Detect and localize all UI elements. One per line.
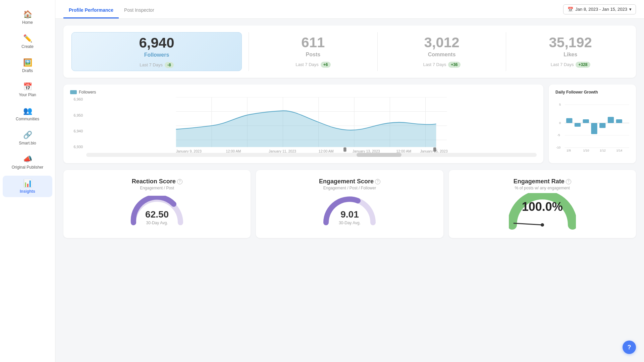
- svg-text:0: 0: [559, 121, 561, 125]
- svg-text:12:00 AM: 12:00 AM: [396, 149, 411, 153]
- svg-text:January 9, 2023: January 9, 2023: [176, 149, 202, 153]
- y-label-3: 6,940: [70, 129, 83, 133]
- svg-rect-29: [575, 123, 581, 127]
- date-range-picker[interactable]: 📅 Jan 8, 2023 - Jan 15, 2023 ▾: [563, 4, 636, 14]
- engagement-rate-card: Engagement Rate ? % of posts w/ any enga…: [449, 170, 636, 238]
- posts-change: +6: [321, 62, 331, 68]
- area-chart-svg: January 9, 2023 12:00 AM January 11, 202…: [86, 97, 537, 154]
- smart-bio-icon: 🔗: [23, 131, 32, 139]
- original-publisher-label: Original Publisher: [12, 165, 44, 170]
- sidebar-item-original-publisher[interactable]: 📣 Original Publisher: [3, 152, 52, 173]
- svg-text:1/14: 1/14: [616, 149, 623, 152]
- divider-3: [506, 32, 506, 71]
- engagement-title-row: Engagement Score ?: [319, 178, 380, 185]
- posts-stat: 611 Posts Last 7 Days +6: [256, 32, 371, 71]
- likes-label: Likes: [564, 52, 577, 58]
- followers-period: Last 7 Days: [140, 62, 163, 67]
- svg-text:1/12: 1/12: [600, 149, 606, 152]
- help-button[interactable]: ?: [623, 341, 636, 354]
- reaction-help[interactable]: ?: [177, 179, 182, 184]
- y-label-2: 6,950: [70, 113, 83, 117]
- likes-value: 35,192: [549, 35, 592, 50]
- sidebar-item-communities[interactable]: 👥 Communities: [3, 103, 52, 125]
- divider-2: [377, 32, 378, 71]
- engagement-gauge: 9.01 30-Day Avg.: [323, 196, 376, 226]
- drafts-icon: 🖼️: [23, 58, 32, 67]
- svg-text:January 13, 2023: January 13, 2023: [353, 149, 380, 153]
- reaction-value: 62.50: [130, 209, 184, 220]
- y-axis: 6,960 6,950 6,940 6,930: [70, 97, 85, 149]
- create-label: Create: [21, 44, 34, 49]
- home-icon: 🏠: [23, 10, 32, 19]
- main-content: Profile PerformancePost Inspector 📅 Jan …: [55, 0, 644, 362]
- reaction-subtitle: Engagement / Post: [140, 186, 174, 190]
- svg-rect-18: [343, 147, 346, 152]
- sidebar-item-create[interactable]: ✏️ Create: [3, 31, 52, 52]
- engagement-rate-gauge: 100.0%: [509, 193, 576, 230]
- comments-period: Last 7 Days: [423, 62, 446, 67]
- chart-legend: Followers: [70, 90, 537, 95]
- sidebar-item-drafts[interactable]: 🖼️ Drafts: [3, 55, 52, 76]
- engagement-rate-value: 100.0%: [509, 200, 576, 214]
- communities-label: Communities: [16, 117, 39, 121]
- svg-rect-28: [566, 118, 572, 123]
- scores-row: Reaction Score ? Engagement / Post 62.50…: [63, 170, 636, 238]
- svg-text:12:00 AM: 12:00 AM: [226, 149, 241, 153]
- engagement-value: 9.01: [323, 209, 376, 220]
- followers-label: Followers: [144, 52, 169, 58]
- comments-change: +36: [448, 62, 460, 68]
- date-range-label: Jan 8, 2023 - Jan 15, 2023: [575, 7, 627, 12]
- svg-rect-32: [599, 123, 605, 128]
- svg-text:1/8: 1/8: [567, 149, 571, 152]
- scroll-area[interactable]: [86, 153, 537, 157]
- side-chart-title: Daily Follower Growth: [555, 90, 629, 95]
- sidebar-item-home[interactable]: 🏠 Home: [3, 7, 52, 28]
- insights-label: Insights: [20, 189, 35, 194]
- svg-line-39: [514, 223, 542, 225]
- followers-chart-card: Followers 6,960 6,950 6,940 6,930: [63, 84, 543, 163]
- sidebar-item-insights[interactable]: 📊 Insights: [3, 176, 52, 197]
- posts-label: Posts: [306, 52, 321, 58]
- likes-stat: 35,192 Likes Last 7 Days +328: [513, 32, 628, 71]
- svg-text:1/10: 1/10: [583, 149, 589, 152]
- chevron-down-icon: ▾: [629, 7, 632, 12]
- reaction-title-row: Reaction Score ?: [132, 178, 182, 185]
- legend-box: [70, 90, 77, 94]
- posts-value: 611: [301, 35, 325, 50]
- divider-1: [249, 32, 249, 71]
- engagement-rate-subtitle: % of posts w/ any engagement: [515, 186, 570, 190]
- engagement-help[interactable]: ?: [375, 179, 380, 184]
- engagement-title: Engagement Score: [319, 178, 374, 185]
- sidebar-item-smart-bio[interactable]: 🔗 Smart.bio: [3, 127, 52, 149]
- charts-row: Followers 6,960 6,950 6,940 6,930: [63, 84, 636, 163]
- svg-rect-30: [583, 119, 589, 123]
- reaction-score-card: Reaction Score ? Engagement / Post 62.50…: [63, 170, 251, 238]
- sidebar-item-your-plan[interactable]: 📅 Your Plan: [3, 79, 52, 101]
- svg-rect-33: [608, 117, 614, 123]
- create-icon: ✏️: [23, 34, 32, 43]
- svg-text:-10: -10: [556, 146, 560, 149]
- comments-label: Comments: [428, 52, 456, 58]
- engagement-score-card: Engagement Score ? Engagement / Post / F…: [256, 170, 443, 238]
- home-label: Home: [22, 20, 33, 25]
- comments-value: 3,012: [424, 35, 459, 50]
- engagement-rate-help[interactable]: ?: [566, 179, 571, 184]
- drafts-label: Drafts: [22, 68, 33, 73]
- svg-rect-31: [591, 123, 597, 134]
- header: Profile PerformancePost Inspector 📅 Jan …: [55, 0, 644, 19]
- svg-rect-34: [616, 119, 622, 123]
- calendar-icon: 📅: [568, 7, 573, 12]
- daily-follower-chart-card: Daily Follower Growth 5 0 -5 -10: [549, 84, 636, 163]
- engagement-subtitle: Engagement / Post / Follower: [323, 186, 376, 190]
- posts-period: Last 7 Days: [296, 62, 319, 67]
- your-plan-label: Your Plan: [19, 93, 36, 97]
- reaction-gauge: 62.50 30-Day Avg.: [130, 196, 184, 226]
- tab-profile-performance[interactable]: Profile Performance: [63, 7, 119, 18]
- svg-text:-5: -5: [557, 134, 560, 137]
- tab-post-inspector[interactable]: Post Inspector: [119, 7, 160, 18]
- original-publisher-icon: 📣: [23, 155, 32, 164]
- communities-icon: 👥: [23, 107, 32, 115]
- reaction-title: Reaction Score: [132, 178, 176, 185]
- engagement-rate-title: Engagement Rate: [514, 178, 565, 185]
- legend-label: Followers: [79, 90, 96, 95]
